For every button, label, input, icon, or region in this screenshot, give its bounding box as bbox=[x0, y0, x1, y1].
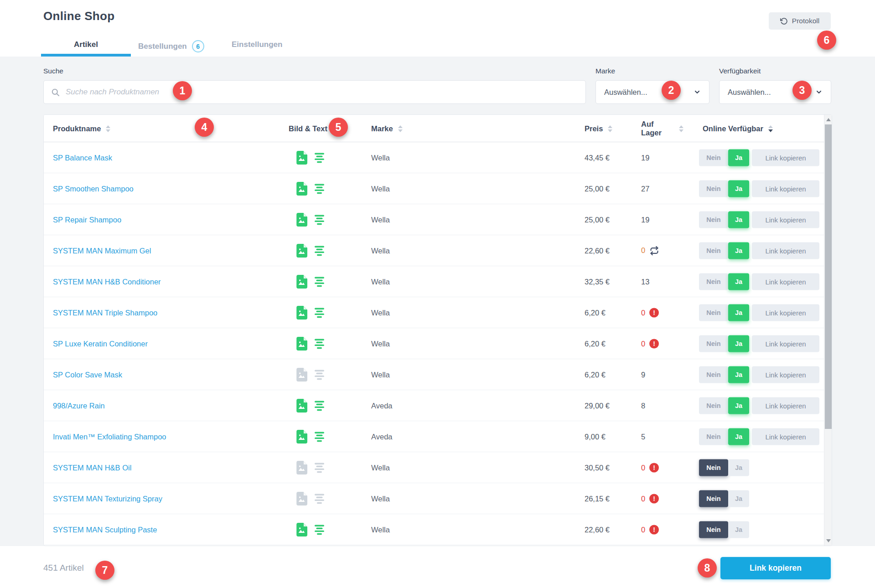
table-row: SYSTEM MAN Maximum Gel Wella 22,60 € 0 !… bbox=[44, 235, 832, 266]
toggle-nein-button[interactable]: Nein bbox=[699, 273, 728, 290]
price-cell: 43,45 € bbox=[585, 153, 610, 162]
product-link[interactable]: SYSTEM MAN H&B Conditioner bbox=[53, 277, 161, 286]
toggle-ja-button[interactable]: Ja bbox=[728, 242, 749, 259]
scroll-up-arrow-icon[interactable] bbox=[826, 118, 831, 121]
brand-cell: Wella bbox=[371, 339, 390, 348]
copy-link-row-button[interactable]: Link kopieren bbox=[752, 428, 819, 445]
toggle-nein-button[interactable]: Nein bbox=[699, 521, 728, 538]
price-cell: 25,00 € bbox=[585, 184, 610, 193]
stock-value: 0 bbox=[641, 339, 645, 348]
sort-icon[interactable] bbox=[105, 124, 111, 133]
toggle-nein-button[interactable]: Nein bbox=[699, 459, 728, 476]
tab-einstellungen[interactable]: Einstellungen bbox=[232, 40, 282, 49]
toggle-ja-button[interactable]: Ja bbox=[728, 490, 749, 507]
sort-icon[interactable] bbox=[607, 124, 613, 133]
table-row: SP Color Save Mask Wella 6,20 € 9 ! Nein… bbox=[44, 359, 832, 390]
availability-select[interactable]: Auswählen... bbox=[719, 80, 831, 104]
sort-icon[interactable] bbox=[767, 124, 774, 133]
product-link[interactable]: SYSTEM MAN Maximum Gel bbox=[53, 246, 151, 255]
text-lines-icon bbox=[313, 492, 326, 505]
copy-link-row-button[interactable]: Link kopieren bbox=[752, 242, 819, 259]
toggle-ja-button[interactable]: Ja bbox=[728, 180, 749, 197]
search-input[interactable] bbox=[66, 88, 578, 97]
stock-value: 0 bbox=[641, 246, 645, 255]
text-lines-icon bbox=[313, 337, 326, 350]
stock-value: 8 bbox=[641, 401, 645, 410]
annotation-circle-4: 4 bbox=[195, 118, 214, 137]
media-indicators bbox=[296, 430, 326, 444]
copy-link-row-button[interactable]: Link kopieren bbox=[752, 366, 819, 383]
copy-link-button-primary[interactable]: Link kopieren bbox=[720, 557, 831, 579]
media-indicators bbox=[296, 337, 326, 351]
toggle-nein-button[interactable]: Nein bbox=[699, 428, 728, 445]
sort-icon[interactable] bbox=[678, 124, 684, 133]
copy-link-row-button[interactable]: Link kopieren bbox=[752, 211, 819, 228]
brand-cell: Wella bbox=[371, 308, 390, 317]
product-link[interactable]: Invati Men™ Exfoliating Shampoo bbox=[53, 432, 166, 441]
toggle-nein-button[interactable]: Nein bbox=[699, 304, 728, 321]
product-link[interactable]: SP Smoothen Shampoo bbox=[53, 184, 134, 193]
protokoll-button[interactable]: Protokoll bbox=[769, 12, 831, 30]
table-row: 998/Azure Rain Aveda 29,00 € 8 ! Nein Ja… bbox=[44, 390, 832, 421]
brand-cell: Wella bbox=[371, 370, 390, 379]
scroll-down-arrow-icon[interactable] bbox=[826, 539, 831, 542]
product-link[interactable]: SYSTEM MAN Sculpting Paste bbox=[53, 525, 157, 534]
copy-link-row-button[interactable]: Link kopieren bbox=[752, 397, 819, 414]
product-link[interactable]: SYSTEM MAN Texturizing Spray bbox=[53, 494, 162, 503]
tab-artikel[interactable]: Artikel bbox=[41, 40, 131, 49]
toggle-ja-button[interactable]: Ja bbox=[728, 211, 749, 228]
toggle-ja-button[interactable]: Ja bbox=[728, 428, 749, 445]
restock-repeat-icon bbox=[649, 246, 659, 255]
annotation-circle-5: 5 bbox=[329, 118, 348, 137]
toggle-ja-button[interactable]: Ja bbox=[728, 366, 749, 383]
product-link[interactable]: SYSTEM MAN H&B Oil bbox=[53, 463, 131, 472]
copy-link-row-button[interactable]: Link kopieren bbox=[752, 304, 819, 321]
chevron-down-icon bbox=[815, 88, 823, 96]
online-toggle: Nein Ja bbox=[699, 335, 749, 352]
price-cell: 6,20 € bbox=[585, 370, 606, 379]
text-lines-icon bbox=[313, 461, 326, 474]
toggle-ja-button[interactable]: Ja bbox=[728, 273, 749, 290]
scrollbar-thumb[interactable] bbox=[825, 124, 832, 429]
copy-link-row-button[interactable]: Link kopieren bbox=[752, 273, 819, 290]
stock-value: 0 bbox=[641, 308, 645, 317]
stock-cell: 9 ! bbox=[641, 370, 645, 379]
vertical-scrollbar[interactable] bbox=[824, 115, 832, 546]
product-link[interactable]: SP Repair Shampoo bbox=[53, 215, 121, 224]
toggle-nein-button[interactable]: Nein bbox=[699, 366, 728, 383]
toggle-ja-button[interactable]: Ja bbox=[728, 459, 749, 476]
toggle-nein-button[interactable]: Nein bbox=[699, 397, 728, 414]
sort-icon[interactable] bbox=[397, 124, 404, 133]
copy-link-row-button[interactable]: Link kopieren bbox=[752, 149, 819, 166]
toggle-nein-button[interactable]: Nein bbox=[699, 149, 728, 166]
product-link[interactable]: SP Luxe Keratin Conditioner bbox=[53, 339, 148, 348]
toggle-nein-button[interactable]: Nein bbox=[699, 490, 728, 507]
tab-bestellungen[interactable]: Bestellungen 6 bbox=[138, 40, 204, 52]
product-link[interactable]: SP Balance Mask bbox=[53, 153, 112, 162]
stock-cell: 19 ! bbox=[641, 153, 649, 162]
table-row: SP Repair Shampoo Wella 25,00 € 19 ! Nei… bbox=[44, 204, 832, 235]
toggle-ja-button[interactable]: Ja bbox=[728, 335, 749, 352]
brand-select-value: Auswählen... bbox=[604, 88, 647, 97]
table-row: SYSTEM MAN Sculpting Paste Wella 22,60 €… bbox=[44, 514, 832, 545]
product-link[interactable]: SP Color Save Mask bbox=[53, 370, 122, 379]
out-of-stock-alert-icon: ! bbox=[649, 525, 659, 534]
product-link[interactable]: 998/Azure Rain bbox=[53, 401, 105, 410]
toggle-nein-button[interactable]: Nein bbox=[699, 211, 728, 228]
toggle-nein-button[interactable]: Nein bbox=[699, 335, 728, 352]
brand-select[interactable]: Auswählen... bbox=[595, 80, 709, 104]
copy-link-row-button[interactable]: Link kopieren bbox=[752, 335, 819, 352]
annotation-circle-2: 2 bbox=[662, 81, 681, 100]
toggle-ja-button[interactable]: Ja bbox=[728, 397, 749, 414]
article-count: 451 Artikel bbox=[43, 563, 84, 573]
toggle-nein-button[interactable]: Nein bbox=[699, 180, 728, 197]
product-link[interactable]: SYSTEM MAN Triple Shampoo bbox=[53, 308, 157, 317]
brand-cell: Wella bbox=[371, 246, 390, 255]
toggle-ja-button[interactable]: Ja bbox=[728, 304, 749, 321]
toggle-ja-button[interactable]: Ja bbox=[728, 149, 749, 166]
toggle-ja-button[interactable]: Ja bbox=[728, 521, 749, 538]
out-of-stock-alert-icon: ! bbox=[649, 339, 659, 348]
image-file-icon bbox=[296, 151, 307, 165]
toggle-nein-button[interactable]: Nein bbox=[699, 242, 728, 259]
copy-link-row-button[interactable]: Link kopieren bbox=[752, 180, 819, 197]
